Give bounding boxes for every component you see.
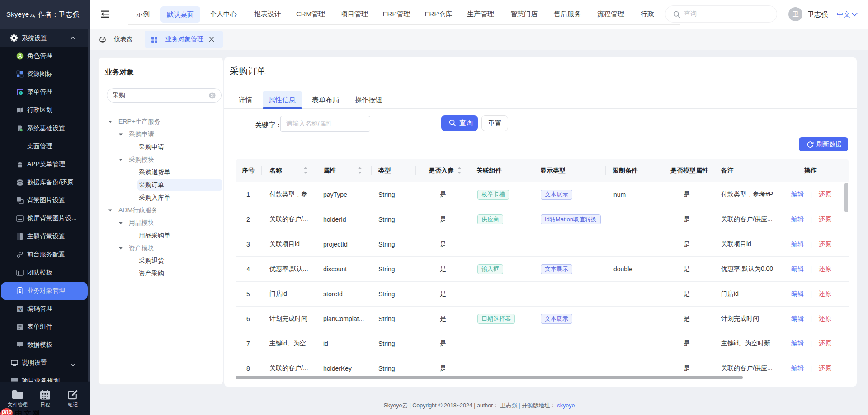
svg-text:W: W bbox=[18, 308, 22, 312]
